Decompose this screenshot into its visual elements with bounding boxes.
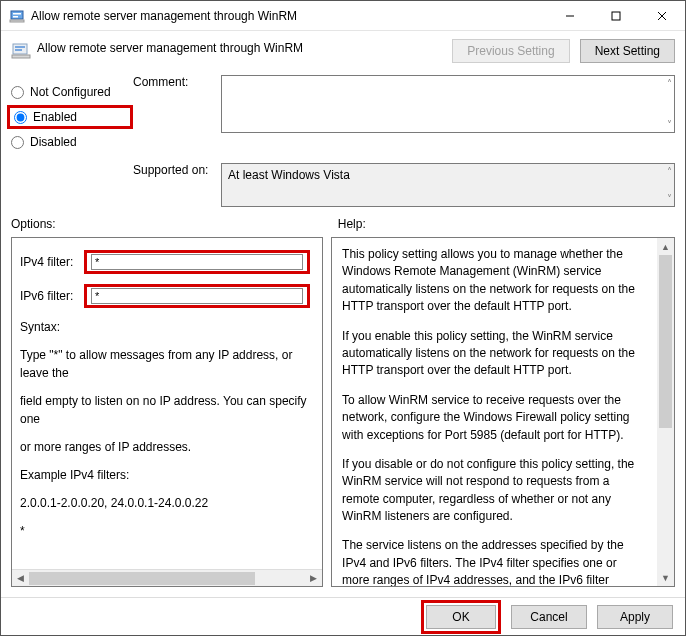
svg-rect-10 (15, 49, 22, 51)
supported-textarea: At least Windows Vista ˄ ˅ (221, 163, 675, 207)
comment-value (222, 76, 674, 84)
radio-not-configured-input[interactable] (11, 86, 24, 99)
example-star: * (20, 522, 310, 540)
scroll-up-icon[interactable]: ˄ (667, 166, 672, 177)
help-p4: If you disable or do not configure this … (342, 456, 647, 526)
options-content: IPv4 filter: * IPv6 filter: * Syntax: Ty… (12, 238, 322, 569)
help-heading: Help: (330, 217, 675, 231)
app-icon (9, 8, 25, 24)
syntax-heading: Syntax: (20, 318, 310, 336)
ipv4-filter-label: IPv4 filter: (20, 253, 78, 271)
vscroll-track[interactable] (657, 255, 674, 569)
svg-rect-2 (13, 16, 18, 18)
supported-label: Supported on: (133, 163, 221, 177)
scroll-right-icon[interactable]: ▶ (305, 570, 322, 587)
close-button[interactable] (639, 1, 685, 31)
scroll-down-icon[interactable]: ˅ (667, 193, 672, 204)
dialog-footer: OK Cancel Apply (1, 597, 685, 635)
radio-not-configured[interactable]: Not Configured (11, 79, 133, 105)
scroll-up-icon[interactable]: ▲ (657, 238, 674, 255)
help-p5: The service listens on the addresses spe… (342, 537, 647, 586)
panes: IPv4 filter: * IPv6 filter: * Syntax: Ty… (11, 237, 675, 587)
scroll-down-icon[interactable]: ▼ (657, 569, 674, 586)
scroll-down-icon[interactable]: ˅ (667, 119, 672, 130)
header-row: Allow remote server management through W… (11, 39, 675, 63)
example-value: 2.0.0.1-2.0.0.20, 24.0.0.1-24.0.0.22 (20, 494, 310, 512)
help-content: This policy setting allows you to manage… (332, 238, 657, 586)
state-radios: Not Configured Enabled Disabled (11, 75, 133, 155)
section-labels: Options: Help: (11, 217, 675, 231)
policy-icon (11, 41, 31, 61)
ipv6-filter-input[interactable]: * (84, 284, 310, 308)
svg-rect-9 (15, 46, 25, 48)
syntax-line3: or more ranges of IP addresses. (20, 438, 310, 456)
apply-button[interactable]: Apply (597, 605, 673, 629)
help-p3: To allow WinRM service to receive reques… (342, 392, 647, 444)
dialog-body: Allow remote server management through W… (1, 31, 685, 597)
syntax-line1: Type "*" to allow messages from any IP a… (20, 346, 310, 382)
policy-title: Allow remote server management through W… (37, 39, 452, 55)
hscroll-track[interactable] (29, 570, 305, 587)
help-p1: This policy setting allows you to manage… (342, 246, 647, 316)
radio-disabled-label: Disabled (30, 135, 77, 149)
radio-enabled-input[interactable] (14, 111, 27, 124)
supported-row: Supported on: At least Windows Vista ˄ ˅ (11, 163, 675, 207)
options-heading: Options: (11, 217, 330, 231)
scroll-up-icon[interactable]: ˄ (667, 78, 672, 89)
hscroll-thumb[interactable] (29, 572, 255, 585)
example-heading: Example IPv4 filters: (20, 466, 310, 484)
minimize-button[interactable] (547, 1, 593, 31)
radio-enabled[interactable]: Enabled (7, 105, 133, 129)
help-pane: This policy setting allows you to manage… (331, 237, 675, 587)
radio-not-configured-label: Not Configured (30, 85, 111, 99)
radio-disabled-input[interactable] (11, 136, 24, 149)
ok-button[interactable]: OK (426, 605, 496, 629)
ipv6-filter-label: IPv6 filter: (20, 287, 78, 305)
scroll-left-icon[interactable]: ◀ (12, 570, 29, 587)
options-pane: IPv4 filter: * IPv6 filter: * Syntax: Ty… (11, 237, 323, 587)
svg-rect-1 (13, 13, 21, 15)
help-vscrollbar[interactable]: ▲ ▼ (657, 238, 674, 586)
comment-textarea[interactable]: ˄ ˅ (221, 75, 675, 133)
supported-value: At least Windows Vista (222, 164, 674, 186)
gpo-dialog-window: Allow remote server management through W… (0, 0, 686, 636)
radio-enabled-label: Enabled (33, 110, 77, 124)
state-comment-row: Not Configured Enabled Disabled Comment:… (11, 75, 675, 155)
vscroll-thumb[interactable] (659, 255, 672, 428)
svg-rect-0 (11, 11, 23, 19)
radio-disabled[interactable]: Disabled (11, 129, 133, 155)
ipv4-filter-input[interactable]: * (84, 250, 310, 274)
window-title: Allow remote server management through W… (31, 9, 547, 23)
svg-rect-5 (612, 12, 620, 20)
ipv6-filter-row: IPv6 filter: * (20, 284, 310, 308)
next-setting-button[interactable]: Next Setting (580, 39, 675, 63)
comment-label: Comment: (133, 75, 221, 89)
maximize-button[interactable] (593, 1, 639, 31)
help-p2: If you enable this policy setting, the W… (342, 328, 647, 380)
titlebar: Allow remote server management through W… (1, 1, 685, 31)
ipv4-filter-value: * (91, 254, 303, 270)
syntax-line2: field empty to listen on no IP address. … (20, 392, 310, 428)
svg-rect-3 (10, 20, 24, 22)
options-hscrollbar[interactable]: ◀ ▶ (12, 569, 322, 586)
svg-rect-11 (12, 55, 30, 58)
ipv6-filter-value: * (91, 288, 303, 304)
ipv4-filter-row: IPv4 filter: * (20, 250, 310, 274)
previous-setting-button: Previous Setting (452, 39, 569, 63)
ok-highlight: OK (421, 600, 501, 634)
cancel-button[interactable]: Cancel (511, 605, 587, 629)
